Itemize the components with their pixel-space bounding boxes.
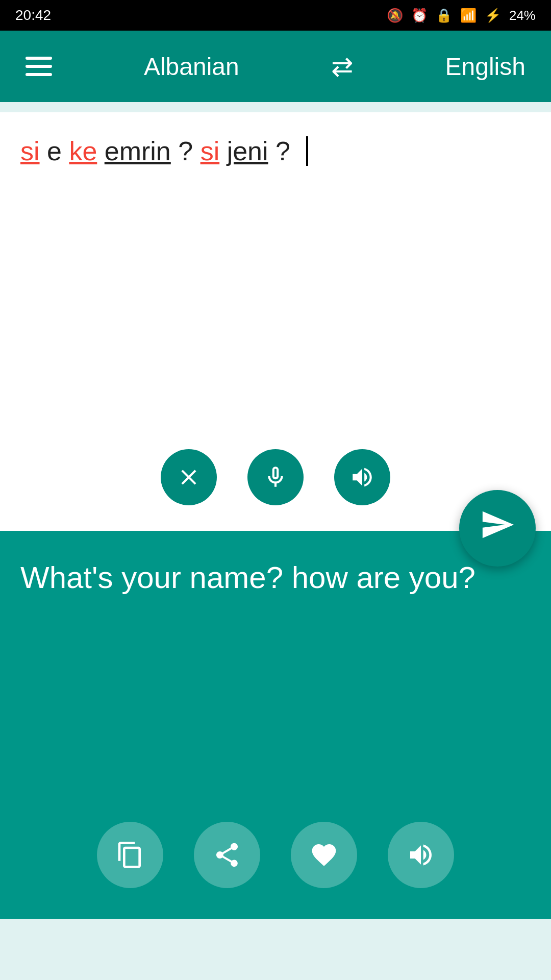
battery-level: 24% — [509, 8, 536, 23]
alarm-icon: ⏰ — [411, 8, 428, 23]
listen-source-button[interactable] — [334, 449, 390, 505]
favorite-button[interactable] — [291, 822, 357, 888]
translated-text: What's your name? how are you? — [20, 556, 531, 806]
menu-button[interactable] — [26, 57, 52, 76]
target-language-button[interactable]: English — [445, 53, 525, 81]
signal-icon: 📶 — [460, 8, 477, 23]
share-icon — [213, 841, 241, 869]
swap-icon: ⇄ — [331, 51, 354, 82]
output-area: What's your name? how are you? — [0, 531, 551, 919]
word-emrin: emrin — [105, 136, 171, 166]
status-icons: 🔕 ⏰ 🔒 📶 ⚡ 24% — [387, 8, 536, 23]
text-cursor — [298, 136, 308, 166]
sim-lock-icon: 🔒 — [436, 8, 452, 23]
status-time: 20:42 — [15, 7, 51, 23]
share-button[interactable] — [194, 822, 260, 888]
word-ke: ke — [69, 136, 97, 166]
swap-languages-button[interactable]: ⇄ — [331, 51, 354, 82]
clear-button[interactable] — [161, 449, 217, 505]
input-area: si e ke emrin ? si jeni ? — [0, 112, 551, 531]
volume-output-icon — [407, 841, 435, 869]
copy-button[interactable] — [97, 822, 163, 888]
volume-icon — [349, 464, 375, 490]
input-controls — [20, 439, 531, 516]
mic-icon — [263, 464, 288, 490]
copy-icon — [116, 841, 144, 869]
microphone-button[interactable] — [247, 449, 304, 505]
word-jeni: jeni — [227, 136, 268, 166]
word-si1: si — [20, 136, 40, 166]
translate-button[interactable] — [459, 490, 536, 567]
word-si2: si — [201, 136, 220, 166]
status-bar: 20:42 🔕 ⏰ 🔒 📶 ⚡ 24% — [0, 0, 551, 31]
output-controls — [20, 806, 531, 898]
heart-icon — [310, 841, 338, 869]
send-icon — [480, 507, 515, 550]
source-language-button[interactable]: Albanian — [144, 53, 239, 81]
close-icon — [176, 464, 202, 490]
source-text-input[interactable]: si e ke emrin ? si jeni ? — [20, 133, 531, 439]
notification-muted-icon: 🔕 — [387, 8, 403, 23]
charging-icon: ⚡ — [485, 8, 501, 23]
listen-output-button[interactable] — [388, 822, 454, 888]
nav-bar: Albanian ⇄ English — [0, 31, 551, 102]
